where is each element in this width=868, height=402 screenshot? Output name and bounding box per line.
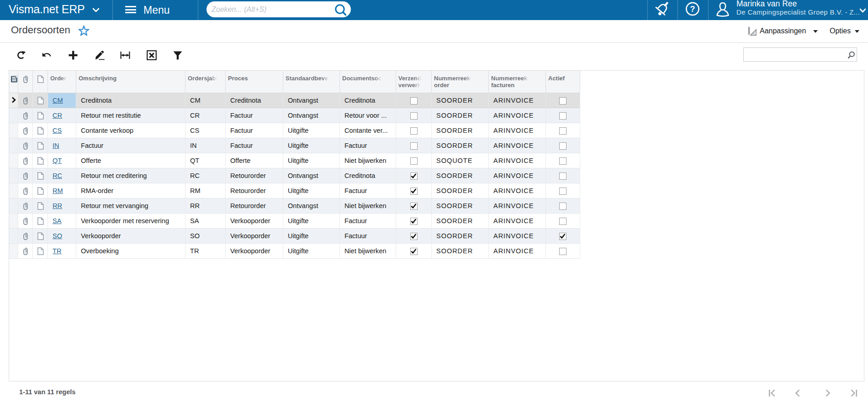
svg-text:?: ?	[690, 5, 695, 14]
